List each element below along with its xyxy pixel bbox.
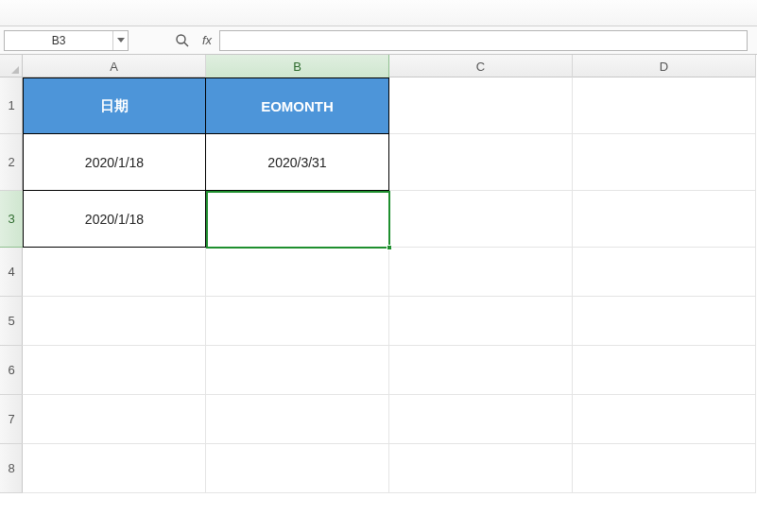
row-header-7[interactable]: 7: [0, 395, 23, 444]
cell-A8[interactable]: [23, 444, 206, 493]
cell-B8[interactable]: [206, 444, 389, 493]
cell-C8[interactable]: [389, 444, 573, 493]
column-header-C[interactable]: C: [389, 55, 573, 77]
row-header-4[interactable]: 4: [0, 248, 23, 297]
select-all-corner[interactable]: [0, 55, 23, 77]
row-headers: 12345678: [0, 77, 23, 493]
cell-C1[interactable]: [389, 77, 573, 134]
svg-line-1: [184, 43, 188, 46]
cell-A7[interactable]: [23, 395, 206, 444]
row-header-3[interactable]: 3: [0, 191, 23, 248]
row-header-2[interactable]: 2: [0, 134, 23, 191]
cell-D8[interactable]: [573, 444, 756, 493]
cell-D7[interactable]: [573, 395, 756, 444]
cell-B1[interactable]: EOMONTH: [206, 77, 389, 134]
column-header-A[interactable]: A: [23, 55, 206, 77]
zoom-icon[interactable]: [174, 32, 191, 49]
cell-B2[interactable]: 2020/3/31: [206, 134, 389, 191]
cell-A1[interactable]: 日期: [23, 77, 206, 134]
row-header-1[interactable]: 1: [0, 77, 23, 134]
cell-A6[interactable]: [23, 346, 206, 395]
name-box-value: B3: [5, 34, 112, 47]
sheet-area: ABCD 12345678 日期EOMONTH2020/1/182020/3/3…: [0, 55, 757, 532]
cell-C5[interactable]: [389, 297, 573, 346]
ribbon-placeholder: [0, 0, 757, 26]
cell-A5[interactable]: [23, 297, 206, 346]
cell-B5[interactable]: [206, 297, 389, 346]
row-header-8[interactable]: 8: [0, 444, 23, 493]
formula-bar: B3 fx: [0, 26, 757, 55]
cell-D3[interactable]: [573, 191, 756, 248]
cell-A3[interactable]: 2020/1/18: [23, 191, 206, 248]
fx-label[interactable]: fx: [202, 33, 212, 47]
cell-D5[interactable]: [573, 297, 756, 346]
svg-point-0: [177, 35, 185, 43]
cell-C3[interactable]: [389, 191, 573, 248]
row-header-5[interactable]: 5: [0, 297, 23, 346]
cell-D2[interactable]: [573, 134, 756, 191]
cell-D4[interactable]: [573, 248, 756, 297]
chevron-down-icon[interactable]: [112, 31, 128, 50]
cell-B6[interactable]: [206, 346, 389, 395]
cell-B3[interactable]: [206, 191, 389, 248]
column-header-B[interactable]: B: [206, 55, 389, 77]
cell-A4[interactable]: [23, 248, 206, 297]
cell-C2[interactable]: [389, 134, 573, 191]
cell-D6[interactable]: [573, 346, 756, 395]
cell-C4[interactable]: [389, 248, 573, 297]
cell-B7[interactable]: [206, 395, 389, 444]
row-header-6[interactable]: 6: [0, 346, 23, 395]
cell-C7[interactable]: [389, 395, 573, 444]
cell-D1[interactable]: [573, 77, 756, 134]
formula-input[interactable]: [219, 30, 748, 51]
cell-C6[interactable]: [389, 346, 573, 395]
name-box[interactable]: B3: [4, 30, 129, 51]
column-headers: ABCD: [23, 55, 756, 77]
column-header-D[interactable]: D: [573, 55, 756, 77]
cell-A2[interactable]: 2020/1/18: [23, 134, 206, 191]
cell-B4[interactable]: [206, 248, 389, 297]
